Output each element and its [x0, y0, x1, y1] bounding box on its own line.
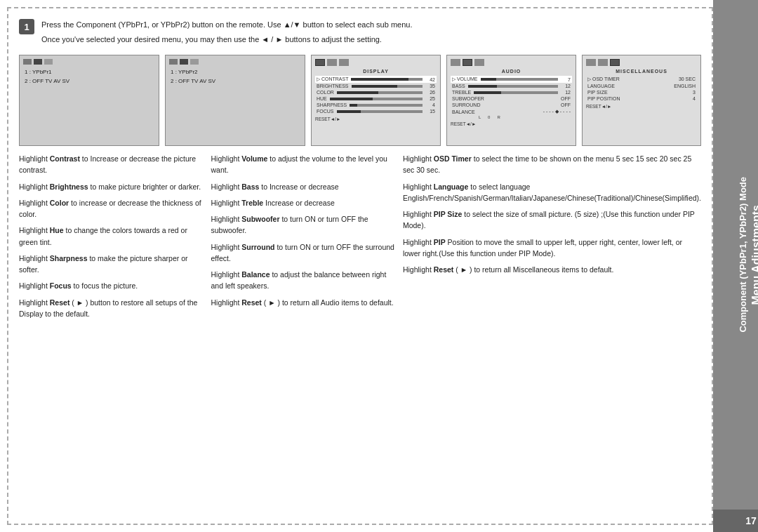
screen5-row-pip-position: PIP POSITION 4 — [586, 95, 697, 102]
screen2-icon2 — [180, 59, 188, 65]
screen5-icons — [586, 59, 697, 66]
sidebar-main-title: Menu Adjustments — [750, 205, 758, 305]
desc-sharpness: Highlight Sharpness to make the picture … — [19, 253, 202, 276]
brightness-label: BRIGHTNESS — [317, 84, 349, 88]
desc-volume: Highlight Volume to adjust the volume to… — [211, 153, 394, 176]
page-number: 17 — [713, 510, 758, 532]
screen-audio-menu: AUDIO ▷ VOLUME 7 BASS 12 TREBLE 12 SUBWO… — [446, 55, 576, 146]
screen2-icon1 — [169, 59, 178, 65]
subwoofer-val: OFF — [561, 96, 571, 101]
screens-row: 1 : YPbPr1 2 : OFF TV AV SV 1 : YPbPr2 2… — [19, 55, 701, 146]
screen4-row-surround: SURROUND OFF — [451, 102, 572, 108]
screen1-icon1 — [23, 59, 32, 65]
screen5-reset: RESET◄/► — [586, 104, 697, 109]
focus-val: 15 — [425, 109, 435, 114]
desc-brightness: Highlight Brightness to make picture bri… — [19, 181, 202, 192]
surround-val: OFF — [561, 102, 571, 107]
hue-label: HUE — [317, 96, 327, 101]
step-line2: Once you've selected your desired menu, … — [41, 34, 412, 46]
volume-label: ▷ VOLUME — [452, 77, 478, 82]
screen2-label2: 2 : OFF TV AV SV — [169, 77, 301, 86]
desc-bass: Highlight Bass to Increase or decrease — [211, 181, 394, 192]
brightness-val: 35 — [425, 84, 435, 88]
volume-bar — [481, 78, 558, 81]
screen2-icons — [169, 59, 301, 65]
screen5-row-pip-size: PIP SIZE 3 — [586, 89, 697, 95]
desc-col-display: Highlight Contrast to Increase or decrea… — [19, 153, 202, 324]
screen3-row-brightness: BRIGHTNESS 35 — [315, 83, 437, 89]
screen4-reset: RESET◄/► — [451, 121, 572, 126]
bass-bar — [468, 85, 558, 88]
screen4-row-treble: TREBLE 12 — [451, 89, 572, 95]
language-val: ENGLISH — [674, 84, 696, 88]
screen2-label1: 1 : YPbPr2 — [169, 67, 301, 77]
desc-color: Highlight Color to increase or decrease … — [19, 197, 202, 220]
main-content: 1 Press the Component (YPbPr1, or YPbPr2… — [7, 7, 713, 525]
screen4-icons — [451, 59, 572, 66]
treble-label: TREBLE — [452, 90, 471, 95]
screen5-row-osd: ▷ OSD TIMER 30 SEC — [586, 76, 697, 83]
osd-val: 30 SEC — [679, 77, 696, 82]
screen-misc-menu: MISCELLANEOUS ▷ OSD TIMER 30 SEC LANGUAG… — [582, 55, 701, 146]
balance-scale: - - - - ◆ - - - - — [543, 109, 571, 114]
screen1-label1: 1 : YPbPr1 — [23, 67, 155, 77]
step-text: Press the Component (YPbPr1, or YPbPr2) … — [41, 19, 412, 45]
desc-pip-size: Highlight PIP Size to select the size of… — [403, 208, 701, 232]
hue-bar — [330, 98, 423, 100]
screen-ypbpr1: 1 : YPbPr1 2 : OFF TV AV SV — [19, 55, 159, 146]
contrast-bar — [351, 78, 423, 81]
screen3-icon-misc — [339, 59, 349, 66]
screen4-row-balance: BALANCE - - - - ◆ - - - - — [451, 108, 572, 115]
desc-hue: Highlight Hue to change the colors towar… — [19, 225, 202, 248]
step-line1: Press the Component (YPbPr1, or YPbPr2) … — [41, 19, 412, 31]
sidebar-text-area: Component (YPbPr1, YPbPr2) Mode Menu Adj… — [713, 0, 758, 510]
step-badge: 1 — [19, 19, 34, 34]
desc-contrast: Highlight Contrast to Increase or decrea… — [19, 153, 202, 176]
balance-label: BALANCE — [452, 109, 475, 114]
desc-surround: Highlight Surround to turn ON or turn OF… — [211, 241, 394, 265]
screen1-icon3 — [44, 59, 53, 65]
sidebar: Component (YPbPr1, YPbPr2) Mode Menu Adj… — [713, 0, 758, 532]
sharpness-label: SHARPNESS — [317, 102, 347, 107]
screen4-row-bass: BASS 12 — [451, 83, 572, 89]
screen5-icon-display — [586, 59, 596, 66]
balance-lr: L 0 R — [479, 115, 572, 119]
screen5-icon-audio — [598, 59, 608, 66]
screen5-row-language: LANGUAGE ENGLISH — [586, 83, 697, 89]
hue-val: 25 — [425, 96, 435, 101]
descriptions-row: Highlight Contrast to Increase or decrea… — [19, 153, 701, 324]
screen3-reset: RESET◄/► — [315, 117, 437, 121]
screen4-icon-display — [451, 59, 460, 66]
brightness-bar — [352, 85, 423, 88]
screen5-icon-misc — [610, 59, 620, 66]
desc-balance: Highlight Balance to adjust the balance … — [211, 269, 394, 292]
subwoofer-label: SUBWOOFER — [452, 96, 484, 101]
osd-label: ▷ OSD TIMER — [587, 77, 620, 82]
focus-bar — [337, 110, 423, 113]
desc-osd-timer: Highlight OSD Timer to select the time t… — [403, 153, 701, 176]
pip-size-val: 3 — [693, 90, 696, 95]
desc-col-misc: Highlight OSD Timer to select the time t… — [403, 153, 701, 324]
step-header: 1 Press the Component (YPbPr1, or YPbPr2… — [19, 19, 701, 45]
color-val: 26 — [425, 90, 435, 95]
screen4-icon-audio — [463, 59, 472, 66]
screen4-row-subwoofer: SUBWOOFER OFF — [451, 95, 572, 102]
treble-bar — [474, 91, 558, 94]
screen3-row-hue: HUE 25 — [315, 95, 437, 102]
desc-language: Highlight Language to select language En… — [403, 181, 701, 204]
color-bar — [337, 91, 423, 94]
pip-position-label: PIP POSITION — [587, 96, 620, 101]
screen2-icon3 — [190, 59, 199, 65]
screen3-row-color: COLOR 26 — [315, 89, 437, 95]
language-label: LANGUAGE — [587, 84, 615, 88]
desc-treble: Highlight Treble Increase or decrease — [211, 197, 394, 208]
desc-focus: Highlight Focus to focus the picture. — [19, 280, 202, 291]
bass-label: BASS — [452, 84, 465, 88]
screen3-icon-display — [315, 59, 325, 66]
screen4-row-volume: ▷ VOLUME 7 — [451, 76, 572, 83]
desc-reset-misc: Highlight Reset ( ► ) to return all Misc… — [403, 264, 701, 275]
screen3-row-focus: FOCUS 15 — [315, 108, 437, 114]
surround-label: SURROUND — [452, 102, 480, 107]
desc-reset-display: Highlight Reset ( ► ) button to restore … — [19, 297, 202, 320]
screen1-icon2 — [34, 59, 42, 65]
